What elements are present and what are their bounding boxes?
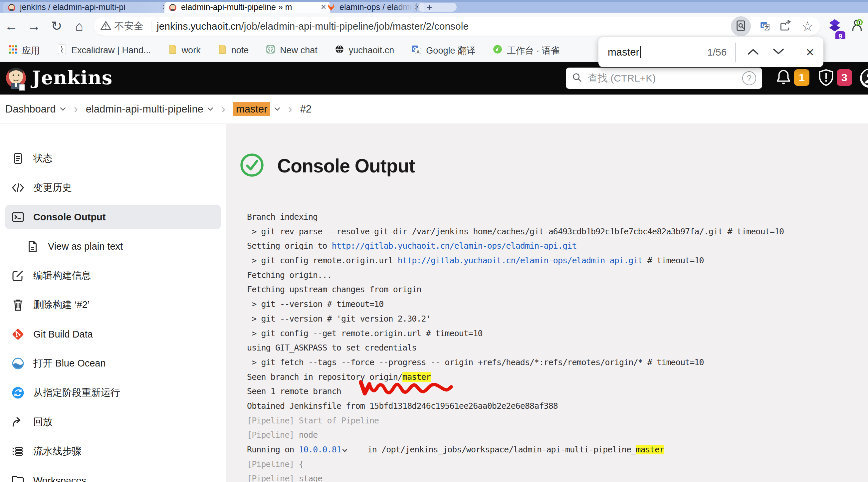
console-line: Seen 1 remote branch xyxy=(247,384,866,399)
breadcrumb-item[interactable]: Dashboard xyxy=(5,103,66,115)
browser-tab[interactable]: eladmin-api-multi-pipeline » m× xyxy=(164,2,330,13)
sidebar-item--[interactable]: 变更历史 xyxy=(5,176,221,200)
sidebar-item--[interactable]: 流水线步骤 xyxy=(5,440,221,463)
breadcrumb-label[interactable]: #2 xyxy=(300,103,312,115)
breadcrumb-label[interactable]: eladmin-api-multi-pipeline xyxy=(86,103,204,115)
console-line: Obtained Jenkinsfile from 15bfd1318d246c… xyxy=(247,399,866,414)
console-text: > git --version # timeout=10 xyxy=(247,299,383,309)
console-text: { xyxy=(299,459,304,469)
sidebar-item-label: 打开 Blue Ocean xyxy=(33,357,106,370)
console-line: using GIT_ASKPASS to set credentials xyxy=(247,340,866,355)
chevron-down-icon[interactable] xyxy=(274,107,280,111)
find-next-button[interactable] xyxy=(770,48,787,57)
security-label[interactable]: 不安全 xyxy=(115,20,144,33)
console-text: node xyxy=(299,430,318,440)
sidebar-item--[interactable]: 从指定阶段重新运行 xyxy=(5,381,221,405)
forward-button[interactable]: → xyxy=(25,13,43,39)
console-line: [Pipeline] { xyxy=(247,457,866,472)
breadcrumb-separator-icon: › xyxy=(221,102,225,116)
chevron-down-icon[interactable] xyxy=(207,107,213,111)
chatgpt-icon xyxy=(266,44,275,56)
tab-divider xyxy=(416,3,417,11)
find-bar[interactable]: master 1/56 × xyxy=(598,37,824,67)
warning-badge[interactable]: 3 xyxy=(837,69,852,86)
console-text: [Pipeline] xyxy=(247,459,299,469)
console-text: Seen 1 remote branch xyxy=(247,387,341,396)
sidebar-item--blue-ocean[interactable]: 打开 Blue Ocean xyxy=(5,352,221,375)
sidebar-item--[interactable]: 回放 xyxy=(5,410,221,434)
console-link[interactable]: http://gitlab.yuchaoit.cn/elamin-ops/ela… xyxy=(398,255,643,265)
person-search-extension-icon[interactable] xyxy=(851,19,863,33)
bookmark-label: Google 翻译 xyxy=(426,44,475,57)
sidebar-item-label: 状态 xyxy=(33,152,53,165)
magnifier-icon xyxy=(572,72,583,84)
bookmark-item[interactable]: note xyxy=(218,44,249,57)
sidebar-item--2-[interactable]: 删除构建 ‘#2’ xyxy=(5,293,221,317)
urlbar-divider xyxy=(151,21,151,31)
sidebar-item-label: 从指定阶段重新运行 xyxy=(33,386,120,399)
console-line: > git --version # 'git version 2.30.2' xyxy=(247,311,866,326)
address-bar[interactable]: 不安全 jenkins.yuchaoit.cn /job/eladmin-api… xyxy=(94,17,820,36)
new-tab-button[interactable]: + xyxy=(418,3,457,12)
sidebar-item-view-as-plain-text[interactable]: View as plain text xyxy=(5,234,221,258)
bell-icon[interactable] xyxy=(775,69,792,87)
find-previous-button[interactable] xyxy=(745,48,762,57)
find-in-page-icon[interactable] xyxy=(731,16,751,36)
status-doc-icon xyxy=(11,152,25,165)
console-line: > git config --get remote.origin.url # t… xyxy=(247,326,866,341)
bookmark-item[interactable]: 工作台 · 语雀 xyxy=(493,44,560,57)
console-text: > git --version # 'git version 2.30.2' xyxy=(247,314,431,324)
sidebar-item-workspaces[interactable]: Workspaces xyxy=(5,469,221,482)
jenkins-logo-icon[interactable] xyxy=(5,65,27,92)
breadcrumb-label[interactable]: Dashboard xyxy=(5,103,56,115)
sidebar-item--[interactable]: 状态 xyxy=(5,147,221,171)
avatar[interactable] xyxy=(860,68,868,88)
sidebar-item-label: 删除构建 ‘#2’ xyxy=(33,298,90,311)
console-line: [Pipeline] stage xyxy=(247,471,866,482)
sidebar-item-git-build-data[interactable]: Git Build Data xyxy=(5,322,221,346)
chevron-down-icon[interactable] xyxy=(60,107,66,111)
edit-icon xyxy=(11,269,25,282)
sidebar-item-label: 编辑构建信息 xyxy=(33,269,91,282)
sidebar-item-console-output[interactable]: Console Output xyxy=(5,205,221,229)
sidebar-item-label: 回放 xyxy=(33,415,53,429)
terminal-icon xyxy=(11,210,25,224)
breadcrumb-label[interactable]: master xyxy=(233,102,270,116)
home-button[interactable]: ⌂ xyxy=(70,13,89,39)
notification-badge[interactable]: 1 xyxy=(794,69,809,86)
console-link[interactable]: 10.0.0.81 xyxy=(299,445,341,454)
find-query-input[interactable]: master xyxy=(608,46,639,58)
breadcrumb-separator-icon: › xyxy=(288,102,292,116)
bookmark-item[interactable]: New chat xyxy=(266,44,317,56)
translate-icon[interactable]: G文 xyxy=(760,21,770,32)
browser-tab[interactable]: elamin-ops / eladmin-api · Git× xyxy=(323,2,424,13)
breadcrumb-item[interactable]: master xyxy=(233,102,280,116)
shield-icon[interactable] xyxy=(818,69,834,87)
tab-title: elamin-ops / eladmin-api · Git xyxy=(339,2,413,12)
bookmark-item[interactable]: yuchaoit.cn xyxy=(335,44,394,56)
dropdown-caret-icon[interactable] xyxy=(342,442,348,457)
breadcrumb-item[interactable]: eladmin-api-multi-pipeline xyxy=(86,103,213,115)
browser-tab[interactable]: jenkins / eladmin-api-multi-pi× xyxy=(3,2,172,13)
bookmark-item[interactable]: G文Google 翻译 xyxy=(411,44,475,57)
console-text: # timeout=10 xyxy=(643,255,704,265)
breadcrumb-item[interactable]: #2 xyxy=(300,103,312,115)
console-line: [Pipeline] Start of Pipeline xyxy=(247,414,866,428)
find-close-button[interactable]: × xyxy=(806,45,814,59)
jenkins-search-box[interactable]: 查找 (CTRL+K) ? xyxy=(566,67,762,89)
bookmark-item[interactable]: work xyxy=(168,44,201,57)
console-line: Setting origin to http://gitlab.yuchaoit… xyxy=(247,239,866,253)
code-icon xyxy=(11,181,25,194)
jenkins-brand[interactable]: Jenkins xyxy=(32,67,113,89)
share-icon[interactable] xyxy=(779,20,792,33)
bookmark-star-icon[interactable]: ☆ xyxy=(801,20,813,33)
bookmark-item[interactable]: Excalidraw | Hand... xyxy=(57,44,151,57)
extension-stack-icon[interactable]: 9 xyxy=(827,18,842,34)
bookmark-item[interactable]: 应用 xyxy=(8,44,40,57)
back-button[interactable]: ← xyxy=(2,13,21,39)
search-help-icon[interactable]: ? xyxy=(742,71,756,85)
sidebar-item--[interactable]: 编辑构建信息 xyxy=(5,264,221,288)
trash-icon xyxy=(11,298,25,311)
console-link[interactable]: http://gitlab.yuchaoit.cn/elamin-ops/ela… xyxy=(332,241,577,251)
reload-button[interactable]: ↻ xyxy=(47,13,66,39)
